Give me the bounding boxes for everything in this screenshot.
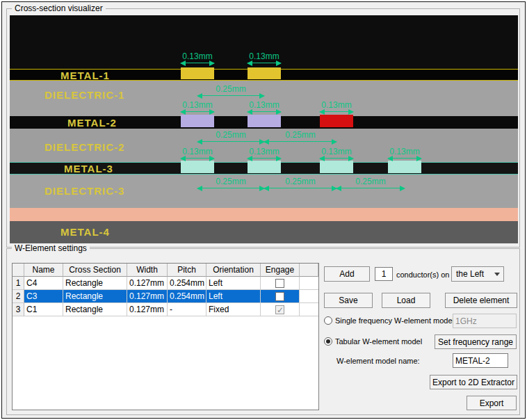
dimension-annotation: 0.13mm [388, 147, 421, 159]
layer-label-metal-4: METAL-4 [60, 226, 110, 238]
conductors-on-label: conductor(s) on [396, 270, 449, 279]
cell-width: 0.127mm [127, 303, 168, 316]
visualizer-groupbox: Cross-section visualizer METAL-1DIELECTR… [6, 8, 520, 248]
chevron-down-icon [494, 273, 500, 279]
dimension-annotation: 0.25mm [264, 177, 337, 188]
dimension-annotation: 0.25mm [197, 131, 264, 142]
model-name-input[interactable] [453, 353, 508, 368]
side-dropdown-value: the Left [456, 269, 484, 279]
cross-section-canvas: METAL-1DIELECTRIC-1METAL-2DIELECTRIC-2ME… [10, 15, 518, 243]
dimension-annotation: 0.13mm [248, 52, 281, 63]
layer-label-dielectric-2: DIELECTRIC-2 [44, 141, 124, 153]
dimension-arrow [264, 141, 337, 142]
dimension-annotation: 0.13mm [320, 147, 353, 159]
engage-checkbox[interactable] [275, 292, 284, 301]
col-header-engage: Engage [261, 264, 300, 277]
settings-groupbox: W-Element settings Name Cross Section Wi… [6, 248, 520, 415]
col-header-orientation: Orientation [206, 264, 261, 277]
dimension-annotation: 0.13mm [181, 147, 214, 159]
cell-name: C1 [24, 303, 63, 316]
dimension-label: 0.25mm [197, 177, 264, 186]
dimension-label: 0.25mm [264, 177, 337, 186]
cell-width: 0.127mm [127, 290, 168, 303]
dimension-arrow [320, 158, 353, 159]
engage-checkbox[interactable] [275, 279, 284, 288]
dimension-label: 0.25mm [264, 131, 337, 140]
cell-orientation: Fixed [206, 303, 261, 316]
table-row-c4[interactable]: 1C4Rectangle0.127mm0.254mmLeft [13, 277, 318, 290]
dimension-arrow [388, 158, 421, 159]
layer-label-dielectric-3: DIELECTRIC-3 [44, 185, 124, 197]
conductor [320, 115, 353, 127]
dimension-annotation: 0.13mm [181, 101, 214, 112]
cell-engage [261, 303, 300, 316]
dimension-arrow [197, 95, 264, 96]
dimension-annotation: 0.25mm [197, 85, 264, 96]
layer-label-metal-2: METAL-2 [67, 117, 117, 129]
table-header-row: Name Cross Section Width Pitch Orientati… [13, 264, 318, 277]
row-number: 3 [13, 303, 24, 316]
conductor-table: Name Cross Section Width Pitch Orientati… [12, 263, 319, 410]
dimension-arrow [264, 188, 337, 188]
save-button[interactable]: Save [324, 293, 373, 308]
dimension-arrow [248, 63, 281, 63]
dimension-arrow [248, 111, 281, 112]
cell-cross-section: Rectangle [63, 303, 127, 316]
layer-label-metal-1: METAL-1 [60, 70, 110, 81]
col-header-rownum [13, 264, 24, 277]
cell-engage [261, 277, 300, 290]
dimension-annotation: 0.13mm [248, 147, 281, 159]
add-button[interactable]: Add [324, 266, 370, 282]
dimension-annotation: 0.13mm [320, 101, 353, 112]
cell-name: C3 [24, 290, 63, 303]
cell-orientation: Left [206, 290, 261, 303]
col-header-name: Name [24, 264, 63, 277]
col-header-width: Width [127, 264, 168, 277]
cell-orientation: Left [206, 277, 261, 290]
table-row-c3[interactable]: 2C3Rectangle0.127mm0.254mmLeft [13, 290, 318, 303]
layer-label-metal-3: METAL-3 [64, 163, 113, 175]
model-name-label: W-element model name: [337, 357, 420, 365]
side-dropdown[interactable]: the Left [451, 266, 504, 282]
single-frequency-label: Single frequency W-element model [335, 316, 454, 325]
set-frequency-range-button[interactable]: Set frequency range [435, 334, 517, 349]
col-header-cross-section: Cross Section [63, 264, 127, 277]
cell-pitch: - [168, 303, 206, 316]
cell-pitch: 0.254mm [168, 290, 206, 303]
dimension-label: 0.25mm [197, 131, 264, 140]
cell-cross-section: Rectangle [63, 277, 127, 290]
cell-cross-section: Rectangle [63, 290, 127, 303]
conductor [388, 161, 421, 173]
conductor [248, 115, 281, 127]
dimension-arrow [337, 188, 405, 188]
delete-element-button[interactable]: Delete element [445, 293, 517, 308]
layer-band-7 [10, 208, 518, 221]
conductor [248, 67, 281, 79]
load-button[interactable]: Load [382, 293, 430, 308]
table-row-c1[interactable]: 3C1Rectangle0.127mm-Fixed [13, 303, 318, 316]
export-button[interactable]: Export [467, 396, 517, 410]
cell-pitch: 0.254mm [168, 277, 206, 290]
dimension-arrow [181, 158, 214, 159]
dimension-annotation: 0.25mm [264, 131, 337, 142]
settings-title: W-Element settings [12, 243, 90, 253]
dimension-arrow [181, 63, 214, 63]
conductor-count-input[interactable] [375, 267, 393, 281]
dimension-arrow [320, 111, 353, 112]
cell-width: 0.127mm [127, 277, 168, 290]
dimension-annotation: 0.25mm [337, 177, 405, 188]
row-number: 1 [13, 277, 24, 290]
dimension-label: 0.25mm [337, 177, 405, 186]
dimension-arrow [197, 188, 264, 188]
tabular-model-radio[interactable] [324, 337, 332, 346]
dimension-annotation: 0.13mm [181, 52, 214, 63]
cell-name: C4 [24, 277, 63, 290]
col-header-pitch: Pitch [168, 264, 206, 277]
dimension-arrow [248, 158, 281, 159]
conductor [320, 161, 353, 173]
single-frequency-input [453, 314, 517, 328]
single-frequency-radio[interactable] [324, 316, 332, 325]
dimension-arrow [197, 141, 264, 142]
export-2d-extractor-button[interactable]: Export to 2D Extractor [430, 375, 517, 389]
dimension-annotation: 0.25mm [197, 177, 264, 188]
